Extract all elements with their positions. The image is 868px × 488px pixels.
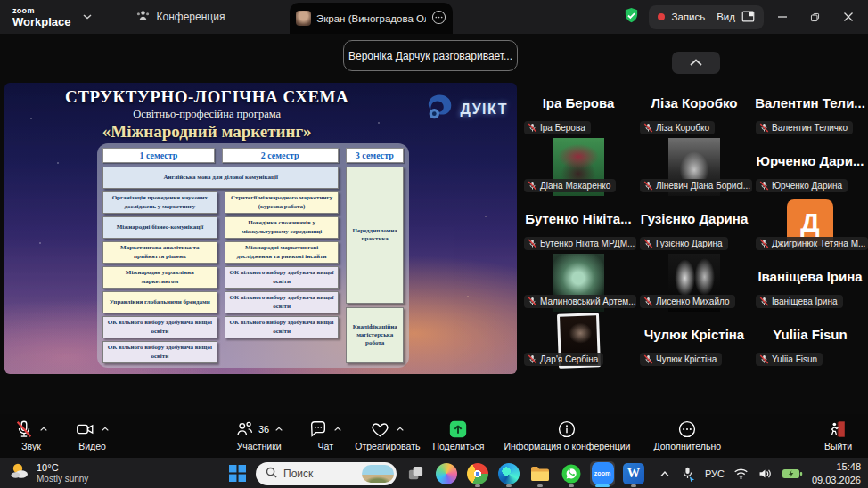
toolbar-participants-button[interactable]: 36Участники (234, 419, 283, 451)
tray-expand-icon[interactable] (659, 470, 670, 477)
participant-tile[interactable]: Валентин Тели...Валентин Теличко (752, 80, 868, 138)
semester-header: 2 семестр (222, 148, 339, 163)
participant-display-name: Ліза Коробко (651, 95, 738, 110)
participant-tile[interactable]: Малиновський Артем... (520, 254, 636, 312)
zoom-app-icon[interactable]: zoom (590, 461, 615, 486)
participant-name-badge: Малиновський Артем... (524, 295, 636, 308)
taskbar-search[interactable]: Поиск (256, 462, 397, 485)
mic-muted-icon (528, 239, 537, 248)
toolbar-leave-button[interactable]: Выйти (824, 419, 852, 451)
language-indicator[interactable]: РУС (705, 468, 725, 479)
search-daily-image[interactable] (362, 465, 394, 483)
tab-conference[interactable]: Конференция (135, 9, 225, 25)
mic-muted-icon (528, 354, 537, 364)
participant-name-label: Діана Макаренко (540, 181, 610, 191)
slide-heading: СТРУКТУРНО-ЛОГІЧНА СХЕМА Освітньо-профес… (4, 87, 409, 142)
logo-bottom-text: Workplace (12, 16, 71, 28)
chevron-up-icon[interactable] (396, 426, 405, 432)
participant-name-badge: Іваніщева Ірина (756, 295, 843, 308)
toolbar-label: Отреагировать (355, 441, 420, 451)
participant-tile[interactable]: Діана Макаренко (520, 138, 636, 196)
semester-header: 3 семестр (346, 148, 404, 163)
slide-table: 1 семестр2 семестр3 семестр Англійська м… (97, 143, 409, 368)
toolbar-more-button[interactable]: Дополнительно (653, 419, 721, 451)
meeting-stage: Вероніка Дарчук разговаривает... СТРУКТУ… (0, 34, 868, 414)
chevron-up-icon[interactable] (39, 426, 48, 432)
zoom-app-glyph: zoom (592, 462, 614, 484)
participant-name-label: Валентин Теличко (772, 123, 848, 133)
participant-tile[interactable]: Yuliia FisunYuliia Fisun (752, 312, 868, 370)
chrome-icon[interactable] (465, 461, 490, 486)
toolbar-react-button[interactable]: Отреагировать (355, 419, 420, 451)
participant-name-badge: Валентин Теличко (756, 121, 853, 134)
participant-tile[interactable]: Бутенко Нікіта...Бутенко Нікіта МРДМ... (520, 196, 636, 254)
participant-tile[interactable]: ДДжигринюк Тетяна М... (752, 196, 868, 254)
toolbar-chat-button[interactable]: Чат (308, 419, 342, 451)
chevron-up-icon[interactable] (101, 426, 110, 432)
ellipsis-icon[interactable] (431, 10, 446, 27)
tab-screen-share[interactable]: Экран (Виноградова Олена Воло (290, 3, 453, 34)
view-label[interactable]: Вид (717, 12, 735, 22)
close-button[interactable] (833, 4, 863, 30)
layout-icon[interactable] (741, 10, 755, 25)
participant-name-label: Гузієнко Дарина (656, 239, 723, 248)
participant-name-badge: Лисенко Михайло (640, 295, 735, 308)
shield-check-icon[interactable] (623, 7, 640, 28)
collapse-gallery-button[interactable] (672, 52, 720, 74)
search-icon (266, 466, 277, 482)
word-icon[interactable]: W (621, 461, 646, 486)
people-icon (135, 9, 151, 25)
clock-time: 15:48 (812, 460, 861, 473)
semester-header: 1 семестр (102, 148, 215, 163)
participant-name-badge: Дар'я Сербіна (524, 353, 603, 366)
mic-muted-icon (643, 123, 653, 133)
participant-tile[interactable]: Ліза КоробкоЛіза Коробко (636, 80, 752, 138)
participant-tile[interactable]: Юрченко Дари...Юрченко Дарина (752, 138, 868, 196)
camera-icon (75, 419, 95, 439)
course-box: Міжнародні бізнес-комунікації (102, 216, 217, 239)
chevron-up-icon[interactable] (274, 426, 283, 432)
participant-tile[interactable]: Ліневич Діана Борисі... (636, 138, 752, 196)
toolbar-label: Чат (318, 441, 333, 451)
participant-tile[interactable]: Чулюк КрістінаЧулюк Крістіна (636, 312, 752, 370)
participant-name-label: Іваніщева Ірина (772, 297, 838, 306)
chevron-up-icon (689, 56, 703, 69)
word-glyph: W (623, 463, 644, 484)
record-dot-icon (658, 13, 665, 20)
wifi-icon[interactable] (733, 467, 749, 480)
system-tray: РУС 15:48 09.03.2026 (659, 458, 861, 488)
chevron-up-icon[interactable] (333, 426, 342, 432)
maximize-button[interactable] (800, 4, 830, 30)
battery-icon[interactable] (782, 468, 803, 480)
zoom-workplace-logo[interactable]: zoom Workplace (12, 7, 71, 28)
recording-control[interactable]: Запись Вид (649, 5, 764, 29)
participant-tile[interactable]: Іра БероваІра Берова (520, 80, 636, 138)
chat-icon (308, 419, 328, 439)
course-box: ОК вільного вибору здобувача вищої освіт… (225, 291, 340, 313)
mic-access-icon[interactable] (679, 466, 696, 482)
participant-tile[interactable]: Іваніщева ІринаІваніщева Ірина (752, 254, 868, 312)
minimize-button[interactable] (767, 4, 797, 30)
course-box: Управління глобальними брендами (102, 291, 217, 313)
toolbar-audio-button[interactable]: Звук (14, 419, 48, 451)
participant-display-name: Бутенко Нікіта... (525, 211, 631, 226)
course-box: Поведінка споживачів у міжкультурному се… (225, 216, 340, 239)
file-explorer-icon[interactable] (528, 461, 553, 486)
whatsapp-icon[interactable] (559, 461, 584, 486)
toolbar-video-button[interactable]: Видео (75, 419, 110, 451)
participant-name-label: Чулюк Крістіна (656, 354, 717, 364)
participant-tile[interactable]: Лисенко Михайло (636, 254, 752, 312)
start-button[interactable] (225, 461, 250, 486)
taskbar-clock[interactable]: 15:48 09.03.2026 (812, 460, 861, 486)
volume-icon[interactable] (757, 467, 773, 481)
toolbar-label: Звук (21, 441, 41, 451)
toolbar-info-button[interactable]: Информация о конференции (504, 419, 630, 451)
edge-icon[interactable] (496, 461, 521, 486)
participant-tile[interactable]: Гузієнко ДаринаГузієнко Дарина (636, 196, 752, 254)
task-view-button[interactable] (403, 461, 428, 486)
weather-widget[interactable]: 10°C Mostly sunny (9, 460, 88, 485)
toolbar-share-button[interactable]: Поделиться (432, 419, 484, 451)
chevron-down-icon[interactable] (82, 13, 93, 20)
participant-tile[interactable]: Дар'я Сербіна (520, 312, 636, 370)
copilot-icon[interactable] (434, 461, 459, 486)
